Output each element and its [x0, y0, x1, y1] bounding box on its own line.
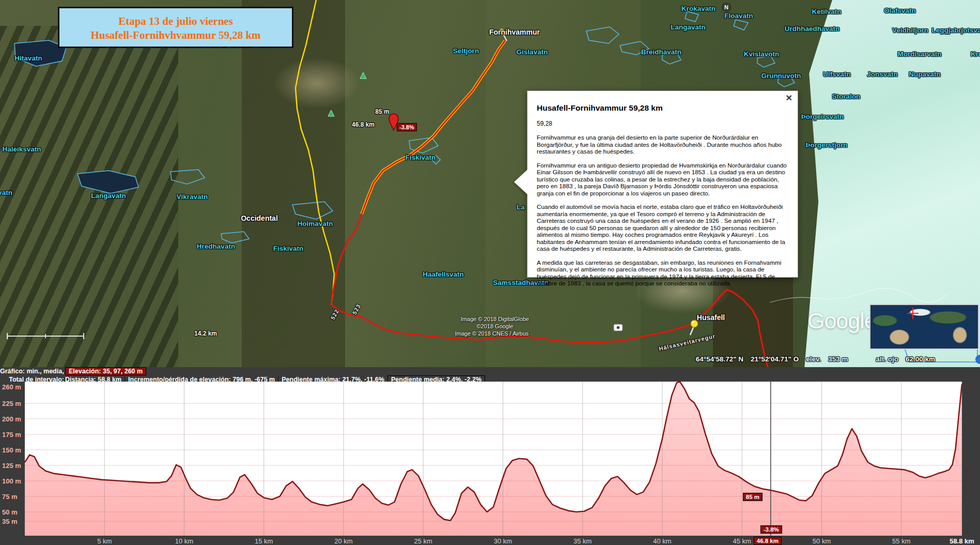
lake-label: Ulfsvatn: [823, 70, 850, 78]
scale-bar: [7, 333, 84, 339]
google-earth-window: HitavatnKrokavatnFloavatnKetilvatnOlafsv…: [0, 0, 980, 545]
popup-paragraph: A medida que las carreteras se desgastab…: [537, 260, 789, 287]
place-label: Fornihvammur: [489, 28, 540, 36]
lake-label: Krokavatn: [681, 5, 715, 12]
lake-label: Haleiksvatn: [2, 145, 41, 153]
y-tick-label: 260 m: [2, 383, 21, 391]
map-viewport[interactable]: HitavatnKrokavatnFloavatnKetilvatnOlafsv…: [0, 0, 980, 367]
popup-paragraph: Cuando el automóvil se movía hacia el no…: [537, 204, 789, 253]
lake-label: Þorgeirsvatn: [801, 113, 844, 120]
popup-paragraph: Fornihvammur es una granja del desierto …: [537, 134, 789, 156]
status-elev-label: elev.: [806, 355, 821, 363]
lake-label: Gislavatn: [517, 48, 548, 56]
road-yellow: [295, 0, 334, 305]
lake-label: Urdhhaedhavatn: [785, 25, 840, 33]
lake-label: Þorgerstjorn: [805, 141, 847, 149]
lake-label: Veidhitjorn: [892, 26, 928, 34]
popup-paragraph: Fornihvammur era un antiguo desierto pro…: [537, 162, 789, 198]
lake-label: Leggjabrjotsvatn: [932, 26, 980, 34]
status-elev-value: 353 m: [828, 355, 848, 363]
popup-tail: [514, 170, 527, 194]
copyright-line: Image © 2018 CNES / Airbus: [455, 330, 529, 337]
lake-label: La: [517, 203, 525, 211]
x-tick-label: 58.8 km: [950, 537, 974, 545]
close-icon[interactable]: ✕: [786, 93, 792, 103]
status-globe-icon: [975, 355, 980, 364]
place-label: 14.2 km: [194, 330, 217, 337]
lake-label: Ketilvatn: [812, 8, 841, 16]
map-marker-slope-badge: -3.8%: [397, 123, 417, 131]
lake-label: Olafsvatn: [884, 7, 916, 14]
y-tick-label: 150 m: [2, 446, 21, 454]
lake-label: Haafellsvatn: [423, 270, 464, 278]
pushpin-husafell[interactable]: [690, 320, 698, 335]
copyright-line: ©2018 Google: [476, 323, 513, 329]
lake-label: vatn: [0, 189, 12, 196]
status-bar: 64°54'58.72" N 21°52'04.71" O elev. 353 …: [0, 355, 935, 363]
chart-marker-slope-badge: -3.8%: [760, 525, 782, 534]
lake-label: Nupavatn: [909, 70, 941, 78]
overview-crosshair-icon: [907, 308, 919, 319]
camera-icon[interactable]: [614, 324, 623, 331]
chart-marker-km-badge: 46.8 km: [754, 537, 782, 545]
y-tick-label: 225 m: [2, 400, 21, 407]
lake-label: Floavatn: [724, 12, 753, 20]
lake-label: Fiskivatn: [406, 154, 436, 161]
popup-subtitle: 59,28: [537, 120, 789, 127]
lake-label: Holmavatn: [297, 220, 333, 228]
lake-label: Jonsvatn: [867, 70, 897, 78]
y-tick-label: 200 m: [2, 415, 21, 423]
x-tick-label: 30 km: [494, 537, 512, 545]
overview-map-inset[interactable]: [869, 304, 979, 350]
elevation-profile-panel[interactable]: Gráfico: min., media, máx. Elevación: 35…: [0, 367, 980, 545]
x-tick-label: 35 km: [573, 537, 592, 545]
copyright-line: Image © 2018 DigitalGlobe: [461, 316, 529, 322]
lake-label: Mordisarvatn: [898, 50, 942, 58]
place-label: Husafell: [697, 313, 725, 322]
map-marker-km-label: 46.8 km: [352, 121, 375, 128]
stage-title-box: Etapa 13 de julio viernes Husafell-Forni…: [58, 7, 293, 48]
status-longitude: 21°52'04.71" O: [751, 355, 799, 363]
river-line: [770, 289, 948, 302]
y-tick-label: 75 m: [2, 493, 18, 501]
x-tick-label: 25 km: [414, 537, 432, 545]
x-tick-label: 45 km: [733, 537, 751, 545]
y-tick-label: 50 m: [2, 508, 18, 516]
lake-label: Hredhavatn: [197, 243, 235, 250]
popup-body: Fornihvammur es una granja del desierto …: [537, 134, 789, 287]
lake-label: Langavatn: [91, 192, 126, 200]
y-tick-label: 125 m: [2, 462, 21, 470]
elevation-chart-svg[interactable]: [0, 367, 980, 545]
x-tick-label: 20 km: [334, 537, 352, 545]
y-tick-label: 100 m: [2, 477, 21, 485]
stage-title-line1: Etapa 13 de julio viernes: [59, 14, 292, 28]
x-tick-label: 40 km: [653, 537, 671, 545]
map-marker-elev-label: 85 m: [375, 108, 389, 115]
x-tick-label: 55 km: [892, 537, 910, 545]
status-eye-alt-value: 62.00 km: [906, 355, 935, 363]
lake-label: Kvislavotn: [744, 50, 779, 58]
road-route-underlay: [362, 40, 505, 214]
lake-label: Krokavatn: [971, 50, 980, 58]
x-tick-label: 15 km: [255, 537, 273, 545]
x-tick-label: 50 km: [813, 537, 831, 545]
status-eye-alt-label: alt. ojo: [876, 355, 898, 363]
compass-north-icon[interactable]: N: [721, 2, 732, 12]
profile-area-fill: [25, 382, 962, 536]
lake-label: Vikravatn: [177, 193, 208, 201]
lake-label: Langavatn: [671, 23, 706, 31]
lake-label: Seltjorn: [453, 47, 479, 55]
y-tick-label: 175 m: [2, 431, 21, 438]
lake-label: Fiskivatn: [273, 245, 304, 252]
lake-label: Breidhavatn: [641, 48, 681, 56]
place-label: Occidental: [241, 214, 278, 222]
campsite-icon[interactable]: [360, 72, 366, 79]
overview-map-land: [870, 305, 978, 349]
lake-label: Storalon: [832, 93, 861, 100]
compass-label: N: [724, 4, 728, 10]
status-latitude: 64°54'58.72" N: [696, 355, 743, 363]
stage-title-line2: Husafell-Fornihvhvammur 59,28 km: [59, 28, 292, 42]
y-tick-label: 35 m: [2, 518, 18, 525]
campsite-icon[interactable]: [328, 110, 334, 116]
placemark-info-popup: ✕ Husafell-Fornihvammur 59,28 km 59,28 F…: [527, 90, 798, 278]
